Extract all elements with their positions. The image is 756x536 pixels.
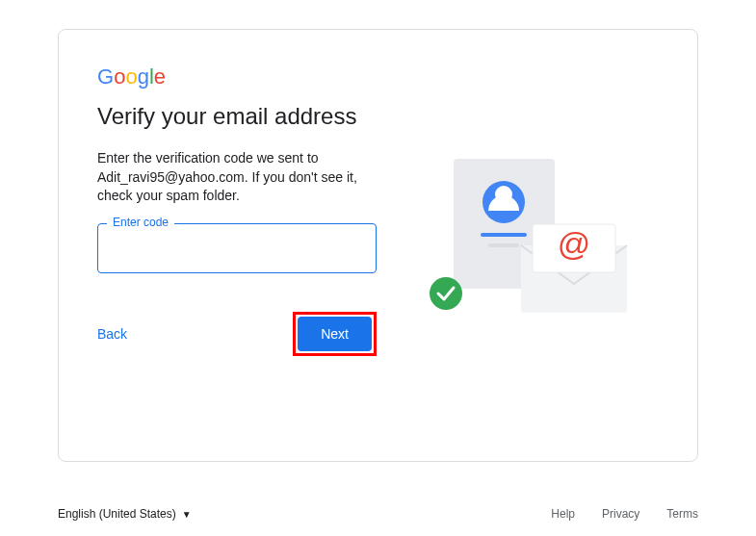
google-logo: Google [97,64,659,89]
svg-rect-4 [488,243,519,247]
form-column: Enter the verification code we sent to A… [97,149,386,438]
svg-text:@: @ [558,225,591,262]
code-input-container: Enter code [97,223,386,273]
svg-point-5 [430,277,462,310]
button-row: Back Next [97,312,377,356]
terms-link[interactable]: Terms [666,507,698,521]
language-label: English (United States) [58,507,176,521]
footer: English (United States) ▼ Help Privacy T… [58,507,698,521]
next-button[interactable]: Next [298,317,372,351]
code-input[interactable] [97,223,377,273]
language-selector[interactable]: English (United States) ▼ [58,507,192,521]
back-button[interactable]: Back [97,319,127,349]
code-input-label: Enter code [107,216,174,229]
signup-card: Google Verify your email address Enter t… [58,29,698,462]
chevron-down-icon: ▼ [182,509,192,520]
privacy-link[interactable]: Privacy [602,507,639,521]
logo-letter: o [114,64,125,89]
illustration: @ [386,149,659,438]
svg-rect-3 [481,233,527,237]
logo-letter: o [125,64,137,89]
next-button-highlight: Next [293,312,377,356]
help-link[interactable]: Help [551,507,575,521]
logo-letter: G [97,64,114,89]
logo-letter: e [154,64,166,89]
footer-links: Help Privacy Terms [551,507,698,521]
logo-letter: g [138,64,149,89]
page-title: Verify your email address [97,103,659,130]
instruction-text: Enter the verification code we sent to A… [97,149,386,206]
